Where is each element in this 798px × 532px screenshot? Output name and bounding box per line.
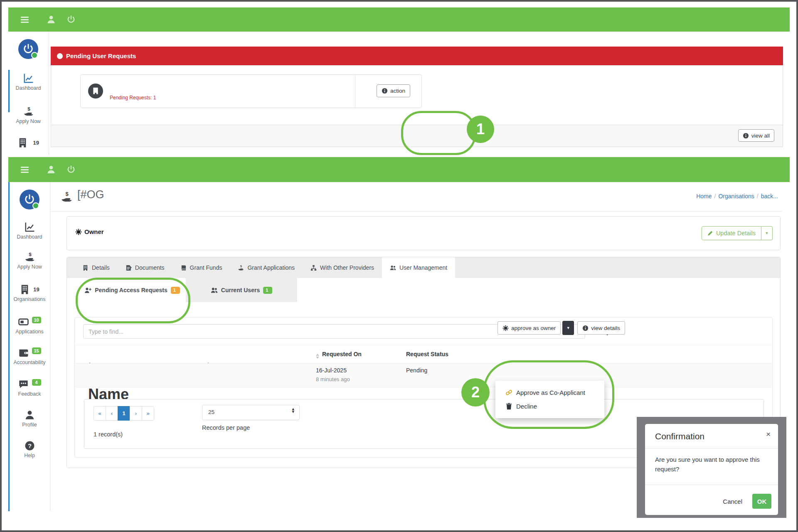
count-badge: 19 [33, 286, 39, 293]
hand-dollar-icon [25, 252, 35, 262]
chart-icon [25, 222, 35, 232]
banner-title: Pending User Requests [66, 52, 136, 59]
trash-icon [505, 403, 512, 410]
subtab-current-users[interactable]: Current Users 1 [186, 278, 297, 302]
tab-grant-applications[interactable]: Grant Applications [230, 257, 303, 278]
count-badge: 4 [32, 379, 41, 386]
sidebar: Dashboard Apply Now 19 Organisations 10 … [8, 182, 50, 511]
breadcrumb-current[interactable]: back... [761, 193, 778, 200]
sidebar-item-applications[interactable]: 10 Applications [10, 317, 49, 335]
sidebar-item-organisations[interactable]: 19 Organisations [10, 284, 49, 302]
wallet-icon [18, 347, 29, 358]
document-pen-icon [126, 265, 132, 271]
building-icon [20, 284, 30, 295]
user-icon[interactable] [47, 165, 56, 174]
gear-icon [502, 325, 509, 331]
request-summary-card: Pending Requests: 1 action [80, 74, 422, 108]
owner-card: Owner Update Details ▼ [66, 216, 781, 250]
breadcrumb: Home/Organisations/back... [696, 193, 778, 200]
power-logout-icon[interactable] [66, 165, 76, 174]
pending-requests-count: Pending Requests: 1 [110, 95, 156, 101]
sub-tab-strip: Pending Access Requests 1 Current Users … [79, 278, 297, 302]
action-button[interactable]: action [377, 84, 410, 97]
user-plus-icon [84, 287, 91, 294]
sidebar-item-organisations[interactable]: 19 [8, 138, 48, 148]
chat-icon [18, 379, 29, 389]
sidebar-item-help[interactable]: Help [10, 441, 49, 458]
tab-strip: Details Documents Grant Funds Grant Appl… [67, 257, 780, 278]
pending-user-requests-banner: Pending User Requests [51, 47, 783, 65]
top-navbar [8, 7, 790, 32]
sidebar-item-feedback[interactable]: 4 Feedback [10, 379, 49, 397]
menu-item-decline[interactable]: Decline [495, 399, 604, 413]
hand-dollar-icon [23, 106, 34, 117]
view-all-button[interactable]: view all [738, 129, 774, 142]
building-icon [17, 138, 28, 148]
tab-documents[interactable]: Documents [118, 257, 172, 278]
book-icon [180, 265, 187, 271]
users-icon [211, 287, 218, 294]
gear-icon [75, 229, 82, 235]
records-per-page-select[interactable]: 25 ▴▾ [202, 405, 300, 420]
update-details-caret-button[interactable]: ▼ [761, 226, 773, 240]
view-details-button[interactable]: view details [577, 321, 625, 335]
records-per-page-label: Records per page [202, 424, 250, 431]
tab-user-management[interactable]: User Management [382, 257, 455, 278]
chart-icon [23, 73, 34, 84]
app-logo[interactable] [18, 39, 38, 59]
page-prev-button[interactable]: ‹ [106, 406, 118, 421]
column-header-requested-on[interactable]: Requested On [316, 351, 362, 359]
pending-user-requests-panel: Pending User Requests Pending Requests: … [51, 47, 783, 147]
info-icon [582, 325, 589, 331]
sidebar-item-dashboard[interactable]: Dashboard [8, 73, 48, 91]
menu-item-approve-as-co-applicant[interactable]: Approve as Co-Applicant [495, 386, 604, 399]
sidebar-item-dashboard[interactable]: Dashboard [10, 222, 49, 240]
subtab-pending-access-requests[interactable]: Pending Access Requests 1 [79, 278, 186, 302]
dialog-footer: Cancel OK [720, 494, 771, 509]
page-first-button[interactable]: « [94, 406, 106, 421]
divider [75, 345, 772, 345]
cancel-button[interactable]: Cancel [720, 498, 745, 505]
screenshot-dashboard: Dashboard Apply Now 19 Pending User Requ… [8, 7, 790, 155]
divider [355, 75, 355, 108]
breadcrumb-home[interactable]: Home [696, 193, 712, 200]
request-status: Pending [406, 367, 427, 374]
approve-as-owner-button[interactable]: approve as owner [498, 321, 561, 335]
hamburger-menu-icon[interactable] [21, 165, 30, 175]
pending-count-badge: 1 [171, 287, 180, 294]
approve-options-caret-button[interactable]: ▼ [562, 321, 574, 335]
page-1-button[interactable]: 1 [118, 406, 130, 421]
hamburger-menu-icon[interactable] [21, 15, 30, 25]
tab-with-other-providers[interactable]: With Other Providers [303, 257, 382, 278]
sidebar-item-accountability[interactable]: 15 Accountability [10, 347, 49, 365]
power-logout-icon[interactable] [66, 15, 76, 24]
divider [645, 448, 778, 448]
sidebar-item-apply-now[interactable]: Apply Now [8, 106, 48, 124]
dialog-message: Are you sure you want to approve this re… [655, 455, 770, 474]
page-title: [#OG [77, 188, 104, 201]
ok-button[interactable]: OK [752, 494, 771, 509]
info-icon [57, 53, 63, 59]
sidebar-item-label: Dashboard [8, 85, 48, 91]
count-badge: 10 [32, 317, 41, 323]
sidebar-item-apply-now[interactable]: Apply Now [10, 252, 49, 270]
sidebar-item-profile[interactable]: Profile [10, 410, 49, 428]
breadcrumb-organisations[interactable]: Organisations [718, 193, 754, 200]
close-icon[interactable]: × [766, 430, 771, 439]
person-icon [25, 410, 35, 420]
pencil-icon [707, 230, 713, 236]
info-icon [382, 88, 388, 94]
update-details-button[interactable]: Update Details [702, 226, 761, 240]
tab-grant-funds[interactable]: Grant Funds [172, 257, 230, 278]
page-last-button[interactable]: » [142, 406, 154, 421]
pager: « ‹ 1 › » [94, 406, 154, 421]
page-next-button[interactable]: › [130, 406, 142, 421]
info-icon [743, 133, 749, 139]
app-logo[interactable] [20, 190, 39, 209]
user-icon[interactable] [47, 15, 56, 24]
question-icon [25, 441, 35, 451]
table-row: 16-Jul-2025 8 minutes ago Pending [75, 363, 772, 387]
sitemap-icon [310, 265, 317, 271]
building-icon [92, 87, 99, 95]
tab-details[interactable]: Details [74, 257, 118, 278]
